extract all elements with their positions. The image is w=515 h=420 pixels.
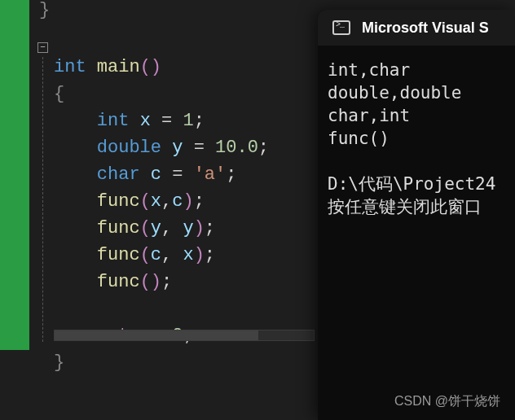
call-func: func xyxy=(97,245,140,265)
code-editor[interactable]: } − int main() { int x = 1; double y = 1… xyxy=(0,0,318,358)
change-bar xyxy=(0,0,29,350)
console-window[interactable]: Microsoft Visual S int,char double,doubl… xyxy=(318,10,515,420)
var-x: x xyxy=(140,111,151,131)
terminal-icon xyxy=(332,20,350,35)
watermark: CSDN @饼干烧饼 xyxy=(394,393,500,410)
fn-main: main xyxy=(97,57,140,77)
kw-double: double xyxy=(97,138,161,158)
var-y: y xyxy=(172,138,183,158)
brace-open: { xyxy=(54,84,64,104)
kw-char: char xyxy=(97,164,140,185)
out-line: double,double xyxy=(328,83,461,103)
call-func: func xyxy=(97,272,140,292)
char-a: 'a' xyxy=(194,164,227,185)
call-func: func xyxy=(97,191,140,212)
paren-open: ( xyxy=(140,57,151,77)
num-10: 10.0 xyxy=(215,138,258,158)
fold-gutter: } − xyxy=(29,0,54,358)
console-titlebar[interactable]: Microsoft Visual S xyxy=(318,10,515,46)
out-line: int,char xyxy=(328,60,410,80)
horizontal-scrollbar[interactable] xyxy=(54,330,315,341)
code-content[interactable]: int main() { int x = 1; double y = 10.0;… xyxy=(54,0,318,358)
fold-guide xyxy=(42,57,43,342)
brace-close: } xyxy=(54,352,64,373)
blank-line xyxy=(54,30,64,50)
call-func: func xyxy=(97,218,140,238)
blank-line xyxy=(54,299,64,319)
scrollbar-thumb[interactable] xyxy=(55,330,258,340)
var-c: c xyxy=(151,164,161,185)
out-line: func() xyxy=(328,129,390,148)
kw-int: int xyxy=(54,57,86,77)
console-output[interactable]: int,char double,double char,int func() D… xyxy=(318,46,515,226)
out-line: D:\代码\Project24 xyxy=(328,174,495,194)
prev-closing-brace: } xyxy=(39,0,50,20)
paren-close: ) xyxy=(151,57,161,77)
out-line: 按任意键关闭此窗口 xyxy=(328,197,482,217)
out-line: char,int xyxy=(328,106,410,125)
num-1: 1 xyxy=(183,111,193,131)
fold-toggle[interactable]: − xyxy=(37,42,48,53)
console-title: Microsoft Visual S xyxy=(362,20,489,37)
kw-int: int xyxy=(97,111,130,131)
